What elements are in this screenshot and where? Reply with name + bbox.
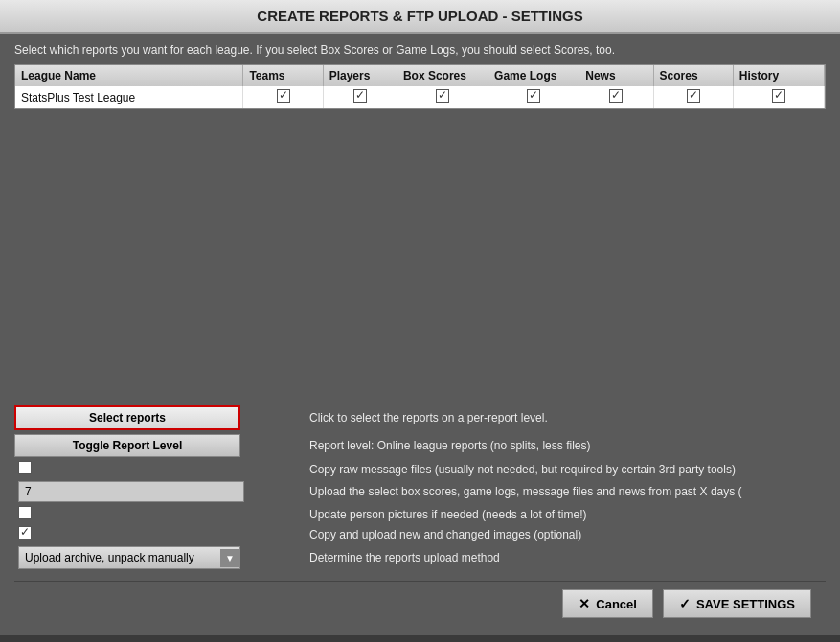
window-title: CREATE REPORTS & FTP UPLOAD - SETTINGS [257, 8, 582, 24]
scores-cell[interactable] [653, 86, 733, 108]
col-teams: Teams [243, 65, 323, 86]
scores-checkbox[interactable] [687, 89, 700, 103]
toggle-report-row: Toggle Report Level Report level: Online… [14, 434, 826, 457]
game-logs-checkbox[interactable] [527, 89, 540, 103]
bottom-settings: Select reports Click to select the repor… [14, 405, 826, 573]
cancel-button[interactable]: ✕ Cancel [562, 589, 653, 618]
update-pictures-cb-area [14, 506, 309, 522]
table-row: StatsPlus Test League [15, 86, 825, 108]
select-reports-label-area: Select reports [14, 405, 309, 430]
news-checkbox[interactable] [609, 89, 623, 103]
league-table: League Name Teams Players Box Scores Gam… [15, 65, 825, 108]
main-content: Select which reports you want for each l… [0, 34, 840, 635]
footer-bar: ✕ Cancel ✓ SAVE SETTINGS [14, 581, 826, 626]
select-reports-desc: Click to select the reports on a per-rep… [309, 411, 826, 424]
teams-checkbox[interactable] [277, 89, 290, 103]
upload-days-input[interactable] [18, 481, 244, 502]
toggle-report-button[interactable]: Toggle Report Level [14, 434, 240, 457]
players-cell[interactable] [323, 86, 397, 108]
col-history: History [733, 65, 824, 86]
players-checkbox[interactable] [353, 89, 367, 103]
copy-raw-desc: Copy raw message files (usually not need… [309, 463, 826, 476]
upload-method-label: Upload archive, unpack manually [19, 547, 220, 568]
update-pictures-row: Update person pictures if needed (needs … [14, 506, 826, 522]
cancel-icon: ✕ [579, 596, 590, 611]
upload-days-input-area [14, 481, 309, 502]
copy-images-checkbox[interactable] [18, 526, 32, 539]
cancel-label: Cancel [596, 597, 637, 611]
description-text: Select which reports you want for each l… [14, 43, 826, 57]
col-league-name: League Name [15, 65, 243, 86]
col-players: Players [323, 65, 397, 86]
update-pictures-checkbox[interactable] [18, 506, 32, 519]
select-reports-row: Select reports Click to select the repor… [14, 405, 826, 430]
copy-images-desc: Copy and upload new and changed images (… [309, 528, 826, 541]
upload-method-row: Upload archive, unpack manually ▼ Determ… [14, 546, 826, 569]
col-news: News [579, 65, 653, 86]
copy-raw-cb-area [14, 461, 309, 477]
history-cell[interactable] [733, 86, 824, 108]
copy-raw-checkbox[interactable] [18, 461, 32, 474]
copy-images-row: Copy and upload new and changed images (… [14, 526, 826, 542]
upload-method-dropdown-area: Upload archive, unpack manually ▼ [14, 546, 309, 569]
copy-images-cb-area [14, 526, 309, 542]
save-icon: ✓ [679, 596, 691, 611]
upload-days-row: Upload the select box scores, game logs,… [14, 481, 826, 502]
col-box-scores: Box Scores [397, 65, 488, 86]
upload-method-desc: Determine the reports upload method [309, 551, 826, 564]
col-scores: Scores [653, 65, 733, 86]
league-table-container: League Name Teams Players Box Scores Gam… [14, 64, 826, 109]
dropdown-arrow-icon: ▼ [220, 549, 239, 567]
select-reports-button[interactable]: Select reports [14, 405, 240, 430]
news-cell[interactable] [579, 86, 653, 108]
upload-method-dropdown[interactable]: Upload archive, unpack manually ▼ [18, 546, 240, 569]
toggle-desc: Report level: Online league reports (no … [309, 439, 826, 452]
title-bar: CREATE REPORTS & FTP UPLOAD - SETTINGS [0, 0, 840, 34]
upload-days-desc: Upload the select box scores, game logs,… [309, 485, 826, 498]
history-checkbox[interactable] [772, 89, 785, 103]
box-scores-cell[interactable] [397, 86, 488, 108]
game-logs-cell[interactable] [488, 86, 579, 108]
col-game-logs: Game Logs [488, 65, 579, 86]
copy-raw-row: Copy raw message files (usually not need… [14, 461, 826, 477]
box-scores-checkbox[interactable] [436, 89, 449, 103]
teams-cell[interactable] [243, 86, 323, 108]
league-name-cell: StatsPlus Test League [15, 86, 243, 108]
save-label: SAVE SETTINGS [696, 597, 795, 611]
toggle-label-area: Toggle Report Level [14, 434, 309, 457]
save-button[interactable]: ✓ SAVE SETTINGS [663, 589, 811, 618]
update-pictures-desc: Update person pictures if needed (needs … [309, 508, 826, 521]
